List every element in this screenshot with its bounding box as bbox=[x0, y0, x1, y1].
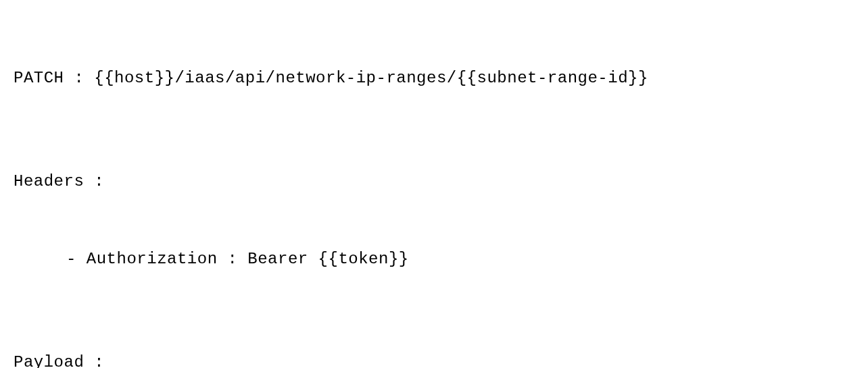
request-line: PATCH : {{host}}/iaas/api/network-ip-ran… bbox=[14, 65, 854, 91]
headers-label: Headers : bbox=[14, 169, 854, 194]
header-value: Bearer {{token}} bbox=[247, 250, 408, 268]
http-method: PATCH bbox=[14, 69, 64, 87]
header-sep: : bbox=[218, 250, 248, 268]
payload-label: Payload : bbox=[14, 350, 854, 368]
bullet: - bbox=[66, 250, 87, 268]
request-url: {{host}}/iaas/api/network-ip-ranges/{{su… bbox=[94, 69, 648, 87]
method-separator: : bbox=[64, 69, 95, 87]
header-key: Authorization bbox=[87, 250, 218, 268]
header-entry: - Authorization : Bearer {{token}} bbox=[14, 246, 854, 272]
api-doc-block: PATCH : {{host}}/iaas/api/network-ip-ran… bbox=[14, 14, 854, 368]
